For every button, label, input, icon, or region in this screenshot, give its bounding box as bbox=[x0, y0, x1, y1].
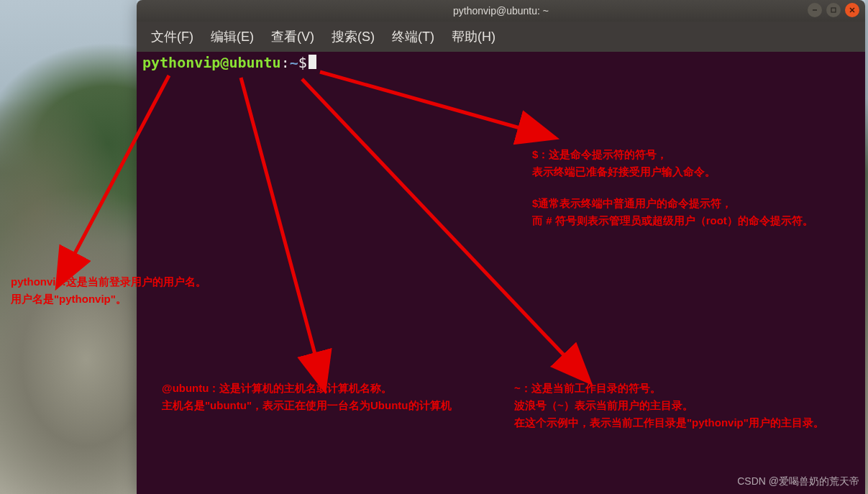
annotation-tilde-l1: ~：这是当前工作目录的符号。 bbox=[514, 380, 824, 397]
annotation-dollar-l2: 表示终端已准备好接受用户输入命令。 bbox=[532, 163, 813, 180]
annotation-tilde-l3: 在这个示例中，表示当前工作目录是"pythonvip"用户的主目录。 bbox=[514, 414, 824, 431]
annotation-username: pythonvip:这是当前登录用户的用户名。 用户名是"pythonvip"。 bbox=[11, 273, 206, 308]
window-controls bbox=[808, 3, 859, 17]
annotation-tilde-l2: 波浪号（~）表示当前用户的主目录。 bbox=[514, 397, 824, 414]
annotation-dollar-l3: $通常表示终端中普通用户的命令提示符， bbox=[532, 195, 813, 212]
prompt-line: pythonvip@ubuntu : ~ $ bbox=[142, 53, 859, 71]
prompt-colon: : bbox=[281, 54, 290, 71]
prompt-dollar: $ bbox=[298, 54, 307, 71]
annotation-dollar: $：这是命令提示符的符号， 表示终端已准备好接受用户输入命令。 $通常表示终端中… bbox=[532, 146, 813, 229]
prompt-user-host: pythonvip@ubuntu bbox=[142, 54, 281, 71]
close-button[interactable] bbox=[845, 3, 859, 17]
menu-edit[interactable]: 编辑(E) bbox=[204, 25, 261, 48]
watermark: CSDN @爱喝兽奶的荒天帝 bbox=[737, 475, 859, 488]
annotation-dollar-l4: 而 # 符号则表示管理员或超级用户（root）的命令提示符。 bbox=[532, 212, 813, 229]
menu-terminal[interactable]: 终端(T) bbox=[385, 25, 442, 48]
window-title: pythonvip@ubuntu: ~ bbox=[453, 5, 549, 17]
svg-rect-1 bbox=[831, 8, 836, 12]
annotation-tilde: ~：这是当前工作目录的符号。 波浪号（~）表示当前用户的主目录。 在这个示例中，… bbox=[514, 380, 824, 431]
menu-file[interactable]: 文件(F) bbox=[144, 25, 201, 48]
minimize-icon bbox=[811, 6, 818, 14]
maximize-icon bbox=[830, 6, 837, 14]
close-icon bbox=[849, 6, 856, 14]
annotation-hostname: @ubuntu：这是计算机的主机名或计算机名称。 主机名是"ubuntu"，表示… bbox=[162, 380, 452, 414]
menu-view[interactable]: 查看(V) bbox=[264, 25, 321, 48]
annotation-hostname-l1: @ubuntu：这是计算机的主机名或计算机名称。 bbox=[162, 380, 452, 397]
maximize-button[interactable] bbox=[826, 3, 841, 17]
annotation-hostname-l2: 主机名是"ubuntu"，表示正在使用一台名为Ubuntu的计算机 bbox=[162, 397, 452, 414]
annotation-dollar-l1: $：这是命令提示符的符号， bbox=[532, 146, 813, 163]
annotation-username-l1: pythonvip:这是当前登录用户的用户名。 bbox=[11, 273, 206, 291]
menu-search[interactable]: 搜索(S) bbox=[324, 25, 382, 48]
menubar: 文件(F) 编辑(E) 查看(V) 搜索(S) 终端(T) 帮助(H) bbox=[137, 22, 865, 52]
prompt-path: ~ bbox=[290, 54, 298, 71]
titlebar[interactable]: pythonvip@ubuntu: ~ bbox=[137, 0, 865, 22]
menu-help[interactable]: 帮助(H) bbox=[444, 25, 503, 48]
cursor bbox=[309, 55, 316, 69]
minimize-button[interactable] bbox=[808, 3, 822, 17]
annotation-username-l2: 用户名是"pythonvip"。 bbox=[11, 291, 206, 308]
